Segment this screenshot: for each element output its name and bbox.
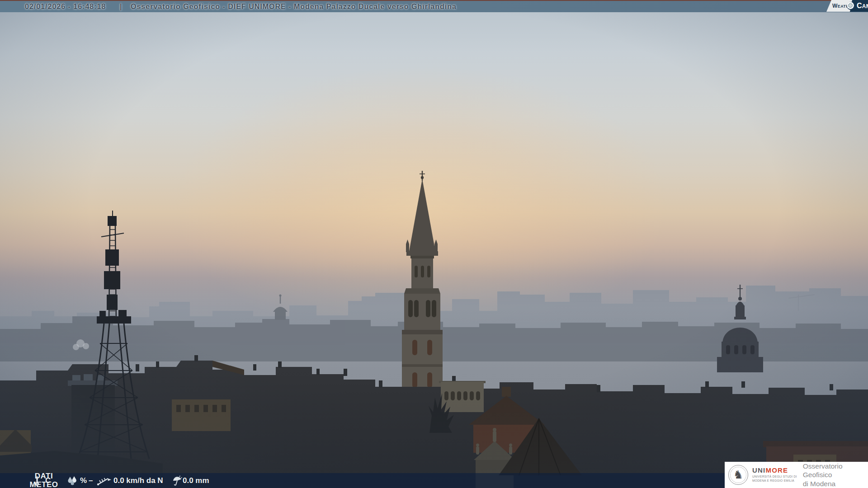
brand-sub-line1: UNIVERSITÀ DEGLI STUDI DI [752, 475, 797, 479]
separator: | [120, 3, 122, 11]
weathercam-logo[interactable]: Weather Cam [826, 0, 868, 12]
brand-sub-line2: MODENA E REGGIO EMILIA [752, 479, 797, 483]
meteo-label-line1: DATI [27, 472, 61, 481]
rain-umbrella-icon [172, 475, 183, 486]
unimore-credit-box[interactable]: ♞ UNIMORE UNIVERSITÀ DEGLI STUDI DI MODE… [725, 462, 868, 488]
meteo-label-line2: METEO [27, 481, 61, 488]
observatory-name-line1: Osservatorio Geofisico [803, 462, 868, 479]
webcam-frame: 02/01/2026 - 16:48:18 | Osservatorio Geo… [0, 0, 868, 488]
top-status-bar: 02/01/2026 - 16:48:18 | Osservatorio Geo… [0, 0, 868, 12]
observatory-name: Osservatorio Geofisico di Modena [803, 462, 868, 488]
wind-vane-icon [96, 475, 112, 486]
thermometer-icon [34, 475, 40, 486]
weathercam-cam-label: Cam [857, 2, 868, 10]
brand-uni: UNI [752, 466, 765, 474]
humidity-value: % [80, 476, 87, 485]
observatory-name-line2: di Modena [803, 479, 868, 488]
unimore-brand: UNIMORE UNIVERSITÀ DEGLI STUDI DI MODENA… [752, 467, 797, 483]
webcam-photo [0, 0, 868, 488]
camera-lens-icon [847, 2, 855, 10]
timestamp: 02/01/2026 - 16:48:18 [25, 3, 106, 11]
camera-title: Osservatorio Geofisico - DIEF UNIMORE - … [131, 3, 457, 11]
vignette [0, 0, 868, 488]
humidity-drops-icon [66, 476, 79, 486]
wind-value: 0.0 km/h da N [113, 476, 163, 485]
unimore-seal-icon: ♞ [728, 465, 748, 485]
brand-more: MORE [765, 466, 788, 474]
rain-value: 0.0 mm [183, 476, 209, 485]
humidity-placeholder: – [89, 476, 93, 485]
temperature-value: C [45, 476, 51, 485]
meteo-label: DATI METEO [27, 472, 61, 488]
seal-horse-glyph: ♞ [733, 469, 743, 480]
